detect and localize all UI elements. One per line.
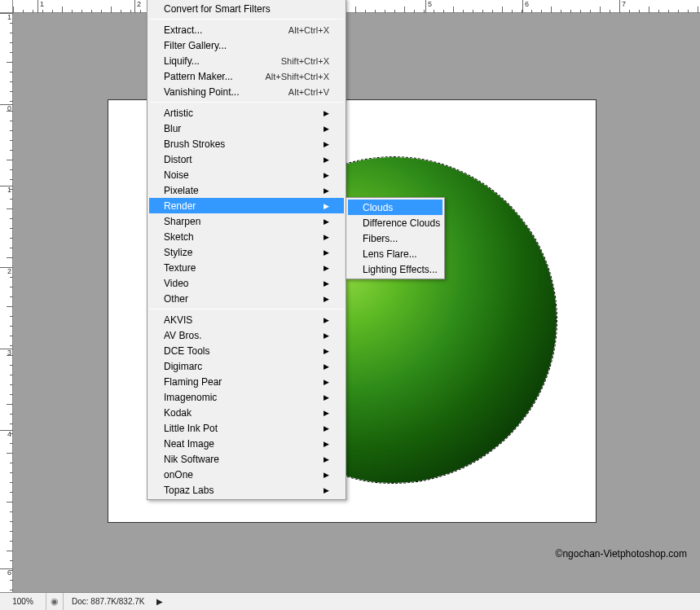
menu-item-other[interactable]: Other▶ bbox=[149, 291, 344, 306]
menu-item-texture[interactable]: Texture▶ bbox=[149, 260, 344, 275]
ruler-vertical: 1012346 bbox=[0, 13, 13, 592]
submenu-arrow-icon: ▶ bbox=[319, 295, 329, 303]
menu-item-liquify[interactable]: Liquify...Shift+Ctrl+X bbox=[149, 53, 344, 68]
menu-item-extract[interactable]: Extract...Alt+Ctrl+X bbox=[149, 22, 344, 37]
submenu-arrow-icon: ▶ bbox=[319, 331, 329, 340]
submenu-arrow-icon: ▶ bbox=[319, 316, 329, 324]
submenu-arrow-icon: ▶ bbox=[319, 347, 329, 355]
menu-separator bbox=[150, 309, 343, 309]
menu-item-neat-image[interactable]: Neat Image▶ bbox=[149, 436, 344, 451]
menu-item-digimarc[interactable]: Digimarc▶ bbox=[149, 358, 344, 374]
menu-item-little-ink-pot[interactable]: Little Ink Pot▶ bbox=[149, 420, 344, 436]
ruler-v-tick: 1 bbox=[0, 13, 13, 21]
menu-item-artistic[interactable]: Artistic▶ bbox=[149, 105, 344, 121]
ruler-h-tick: 5 bbox=[425, 0, 432, 13]
submenu-arrow-icon: ▶ bbox=[319, 393, 329, 402]
submenu-arrow-icon: ▶ bbox=[319, 202, 329, 210]
globe-icon[interactable]: ◉ bbox=[46, 596, 63, 607]
submenu-arrow-icon: ▶ bbox=[319, 233, 329, 241]
status-bar: 100% ◉ Doc: 887.7K/832.7K ▶ bbox=[0, 592, 700, 610]
menu-item-nik-software[interactable]: Nik Software▶ bbox=[149, 451, 344, 467]
doc-info: Doc: 887.7K/832.7K bbox=[64, 597, 153, 606]
submenu-arrow-icon: ▶ bbox=[319, 279, 329, 287]
submenu-item-fibers[interactable]: Fibers... bbox=[348, 230, 442, 246]
submenu-arrow-icon: ▶ bbox=[319, 455, 329, 463]
submenu-arrow-icon: ▶ bbox=[319, 109, 329, 117]
submenu-item-difference-clouds[interactable]: Difference Clouds bbox=[348, 215, 442, 230]
submenu-arrow-icon: ▶ bbox=[319, 125, 329, 133]
submenu-arrow-icon: ▶ bbox=[319, 187, 329, 195]
menu-item-pattern-maker[interactable]: Pattern Maker...Alt+Shift+Ctrl+X bbox=[149, 68, 344, 84]
submenu-arrow-icon: ▶ bbox=[319, 264, 329, 272]
submenu-arrow-icon: ▶ bbox=[319, 471, 329, 479]
status-popup-arrow-icon[interactable]: ▶ bbox=[153, 597, 166, 606]
submenu-arrow-icon: ▶ bbox=[319, 409, 329, 417]
menu-item-pixelate[interactable]: Pixelate▶ bbox=[149, 182, 344, 198]
submenu-arrow-icon: ▶ bbox=[319, 171, 329, 179]
menu-item-onone[interactable]: onOne▶ bbox=[149, 467, 344, 482]
submenu-arrow-icon: ▶ bbox=[319, 362, 329, 371]
menu-item-stylize[interactable]: Stylize▶ bbox=[149, 244, 344, 260]
submenu-arrow-icon: ▶ bbox=[319, 140, 329, 148]
watermark: ©ngochan-Vietphotoshop.com bbox=[556, 548, 687, 560]
menu-item-brush-strokes[interactable]: Brush Strokes▶ bbox=[149, 136, 344, 151]
render-submenu[interactable]: CloudsDifference CloudsFibers...Lens Fla… bbox=[346, 197, 445, 279]
submenu-arrow-icon: ▶ bbox=[319, 378, 329, 386]
submenu-arrow-icon: ▶ bbox=[319, 440, 329, 448]
menu-item-noise[interactable]: Noise▶ bbox=[149, 167, 344, 182]
submenu-arrow-icon: ▶ bbox=[319, 156, 329, 164]
ruler-v-tick: 1 bbox=[0, 186, 13, 194]
submenu-arrow-icon: ▶ bbox=[319, 424, 329, 432]
menu-item-render[interactable]: Render▶ bbox=[149, 198, 344, 213]
canvas-area: ©ngochan-Vietphotoshop.com bbox=[13, 13, 700, 592]
ruler-origin bbox=[0, 0, 13, 13]
menu-item-akvis[interactable]: AKVIS▶ bbox=[149, 312, 344, 327]
menu-item-blur[interactable]: Blur▶ bbox=[149, 121, 344, 136]
zoom-level[interactable]: 100% bbox=[0, 597, 46, 606]
filter-menu[interactable]: Convert for Smart FiltersExtract...Alt+C… bbox=[147, 0, 346, 500]
submenu-item-lens-flare[interactable]: Lens Flare... bbox=[348, 246, 442, 261]
submenu-arrow-icon: ▶ bbox=[319, 248, 329, 257]
ruler-v-tick: 4 bbox=[0, 430, 13, 438]
menu-item-av-bros[interactable]: AV Bros.▶ bbox=[149, 327, 344, 343]
menu-item-vanishing-point[interactable]: Vanishing Point...Alt+Ctrl+V bbox=[149, 84, 344, 99]
menu-separator bbox=[150, 19, 343, 20]
menu-item-filter-gallery[interactable]: Filter Gallery... bbox=[149, 37, 344, 53]
menu-item-distort[interactable]: Distort▶ bbox=[149, 151, 344, 167]
submenu-item-lighting-effects[interactable]: Lighting Effects... bbox=[348, 261, 442, 277]
menu-separator bbox=[150, 102, 343, 103]
menu-item-sketch[interactable]: Sketch▶ bbox=[149, 229, 344, 244]
menu-item-video[interactable]: Video▶ bbox=[149, 275, 344, 291]
menu-item-convert-for-smart-filters[interactable]: Convert for Smart Filters bbox=[149, 1, 344, 16]
submenu-arrow-icon: ▶ bbox=[319, 486, 329, 494]
submenu-item-clouds[interactable]: Clouds bbox=[348, 200, 442, 215]
menu-item-dce-tools[interactable]: DCE Tools▶ bbox=[149, 343, 344, 358]
ruler-v-tick: 2 bbox=[0, 267, 13, 275]
menu-item-kodak[interactable]: Kodak▶ bbox=[149, 405, 344, 420]
menu-item-topaz-labs[interactable]: Topaz Labs▶ bbox=[149, 482, 344, 498]
menu-item-imagenomic[interactable]: Imagenomic▶ bbox=[149, 389, 344, 405]
menu-item-sharpen[interactable]: Sharpen▶ bbox=[149, 213, 344, 229]
submenu-arrow-icon: ▶ bbox=[319, 217, 329, 226]
ruler-horizontal: 1234567 bbox=[13, 0, 700, 13]
menu-item-flaming-pear[interactable]: Flaming Pear▶ bbox=[149, 374, 344, 389]
